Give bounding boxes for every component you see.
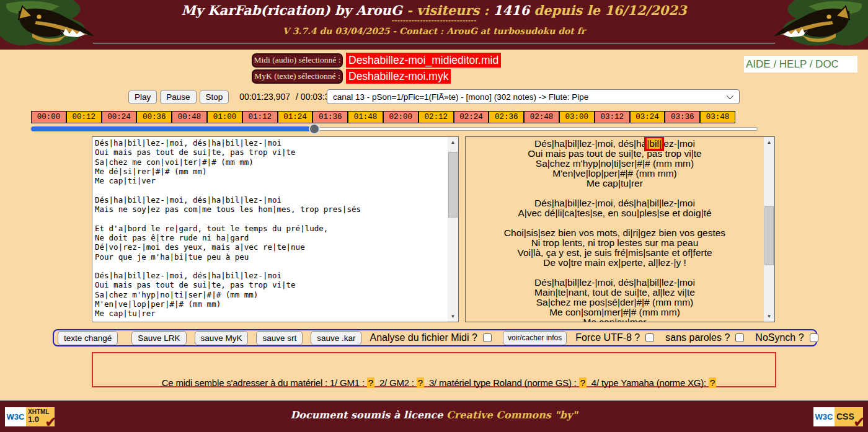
- editor-scroll-thumb[interactable]: [448, 152, 458, 218]
- title-main: My KarFab(rication) by ArouG: [182, 2, 402, 18]
- page-title: My KarFab(rication) by ArouG - visiteurs…: [118, 2, 750, 18]
- slider-thumb[interactable]: [309, 123, 320, 134]
- timeline-mark[interactable]: 02:36: [488, 112, 523, 123]
- toolbar: texte changé Sauve LRK sauve MyK sauve s…: [53, 329, 817, 346]
- sauve-kar-button[interactable]: sauve .kar: [311, 331, 361, 345]
- editor-scrollbar[interactable]: ▲ ▼: [448, 137, 458, 322]
- scroll-up-icon[interactable]: ▲: [764, 137, 774, 148]
- sans-paroles-checkbox[interactable]: [735, 333, 744, 342]
- title-sep: -: [402, 2, 417, 18]
- timeline-mark[interactable]: 00:00: [32, 112, 66, 123]
- timeline-mark[interactable]: 03:24: [629, 112, 665, 123]
- w3c-logo: W3C: [813, 407, 835, 426]
- scroll-up-icon[interactable]: ▲: [448, 137, 458, 148]
- header-divider: [93, 43, 775, 44]
- karaoke-current-syllable: |bil|: [647, 138, 662, 149]
- karaoke-panel: Dés|ha|bil|lez-|moi, dés|ha|bil|lez-|moi…: [465, 136, 775, 322]
- timeline-mark[interactable]: 02:24: [453, 112, 489, 123]
- fox-logo-right: [750, 0, 868, 50]
- timeline-mark[interactable]: 02:00: [383, 112, 418, 123]
- help-links[interactable]: AIDE / HELP / DOC: [744, 56, 857, 73]
- myk-file-row: MyK (texte) sélectionné : Deshabillez-mo…: [252, 69, 451, 84]
- header: My KarFab(rication) by ArouG - visiteurs…: [0, 0, 868, 50]
- timeline[interactable]: 00:0000:1200:2400:3600:4801:0001:1201:24…: [31, 111, 735, 123]
- midi-info-box: Ce midi semble s'adresser à du matériel …: [92, 352, 776, 387]
- texte-change-button[interactable]: texte changé: [58, 331, 118, 345]
- analyse-midi-label: Analyse du fichier Midi ?: [370, 332, 477, 343]
- nosynch-checkbox[interactable]: [810, 333, 818, 342]
- css-badge-label: CSS ✔: [835, 407, 863, 426]
- timeline-mark[interactable]: 01:48: [347, 112, 383, 123]
- timeline-mark[interactable]: 01:00: [206, 112, 242, 123]
- sauve-srt-button[interactable]: sauve srt: [256, 331, 303, 345]
- chevron-down-icon: [727, 92, 733, 99]
- scroll-down-icon[interactable]: ▼: [448, 311, 458, 322]
- pause-button[interactable]: Pause: [160, 90, 196, 104]
- timeline-mark[interactable]: 03:36: [664, 112, 699, 123]
- force-utf8-label: Force UTF-8 ?: [575, 332, 640, 343]
- license-prefix: Document soumis à licence: [290, 409, 446, 421]
- visitors-label: visiteurs :: [417, 2, 494, 18]
- karaoke-display: Dés|ha|bil|lez-|moi, dés|ha|bil|lez-|moi…: [466, 137, 764, 322]
- checkmark-icon: ✔: [853, 415, 866, 430]
- karaoke-before: Dés|ha|bil|lez-|moi, dés|ha: [534, 138, 647, 149]
- timeline-mark[interactable]: 00:36: [136, 112, 171, 123]
- lyrics-editor[interactable]: Dés|ha|bil|lez-|moi, dés|ha|bil|lez-|moi…: [92, 137, 448, 322]
- sauve-myk-button[interactable]: sauve MyK: [195, 331, 249, 345]
- license-line: Document soumis à licence Creative Commo…: [0, 409, 868, 421]
- myk-selected-button[interactable]: MyK (texte) sélectionné :: [252, 69, 343, 84]
- midi-filename: Deshabillez-moi_midieditor.mid: [346, 53, 501, 68]
- midi-selected-button[interactable]: Midi (audio) sélectionné :: [252, 53, 343, 68]
- timeline-mark[interactable]: 03:00: [559, 112, 594, 123]
- timeline-mark[interactable]: 01:36: [312, 112, 347, 123]
- player-controls: Play Pause Stop 00:01:23,907 / 00:03:36,…: [128, 89, 352, 104]
- scroll-down-icon[interactable]: ▼: [764, 311, 774, 322]
- play-button[interactable]: Play: [128, 90, 157, 104]
- header-dashes: ------------------------------: [118, 18, 750, 24]
- current-time: 00:01:23,907: [239, 92, 290, 102]
- stop-button[interactable]: Stop: [200, 90, 229, 104]
- karaoke-after: lez-|moi Oui mais pas tout de sui|te, pa…: [504, 138, 725, 322]
- license-link[interactable]: Creative Commons "by": [446, 409, 578, 421]
- sauve-lrk-button[interactable]: Sauve LRK: [131, 331, 186, 345]
- timeline-mark[interactable]: 03:48: [699, 112, 735, 123]
- timeline-mark[interactable]: 02:48: [523, 112, 559, 123]
- force-utf8-checkbox[interactable]: [645, 333, 654, 342]
- karaoke-scroll-thumb[interactable]: [764, 206, 774, 265]
- midi-file-row: Midi (audio) sélectionné : Deshabillez-m…: [252, 53, 501, 68]
- w3c-css-badge[interactable]: W3C CSS ✔: [813, 407, 863, 426]
- myk-filename: Deshabillez-moi.myk: [346, 69, 451, 84]
- analyse-midi-checkbox[interactable]: [483, 333, 492, 342]
- seek-slider[interactable]: [31, 123, 758, 134]
- version-contact-line: V 3.7.4 du 03/04/2025 - Contact : ArouG …: [118, 26, 750, 36]
- visitors-since: depuis le 16/12/2023: [529, 2, 686, 18]
- channel-select-value: canal 13 - pSon=1/pFic=1(FlÃ»te) - [mono…: [333, 92, 588, 102]
- voir-cacher-infos-button[interactable]: voir/cacher infos: [503, 331, 567, 345]
- sans-paroles-label: sans paroles ?: [665, 332, 730, 343]
- page: My KarFab(rication) by ArouG - visiteurs…: [0, 0, 868, 432]
- lyrics-editor-wrap: Dés|ha|bil|lez-|moi, dés|ha|bil|lez-|moi…: [92, 136, 459, 322]
- timeline-mark[interactable]: 00:12: [66, 112, 101, 123]
- visitors-count: 1416: [494, 2, 529, 18]
- fox-logo-left: [0, 0, 118, 50]
- karaoke-scrollbar[interactable]: ▲ ▼: [764, 137, 774, 322]
- slider-fill: [31, 126, 314, 131]
- timeline-mark[interactable]: 03:12: [594, 112, 629, 123]
- footer: W3C XHTML 1.0 ✔ Document soumis à licenc…: [0, 400, 868, 432]
- nosynch-label: NoSynch ?: [755, 332, 804, 343]
- timeline-mark[interactable]: 01:24: [277, 112, 312, 123]
- timeline-mark[interactable]: 02:12: [418, 112, 453, 123]
- timeline-mark[interactable]: 01:12: [242, 112, 277, 123]
- header-center: My KarFab(rication) by ArouG - visiteurs…: [118, 2, 750, 36]
- channel-select[interactable]: canal 13 - pSon=1/pFic=1(FlÃ»te) - [mono…: [327, 89, 740, 104]
- timeline-mark[interactable]: 00:48: [171, 112, 206, 123]
- timeline-mark[interactable]: 00:24: [101, 112, 136, 123]
- midi-info-line1: Ce midi semble s'adresser à du matériel …: [93, 356, 775, 388]
